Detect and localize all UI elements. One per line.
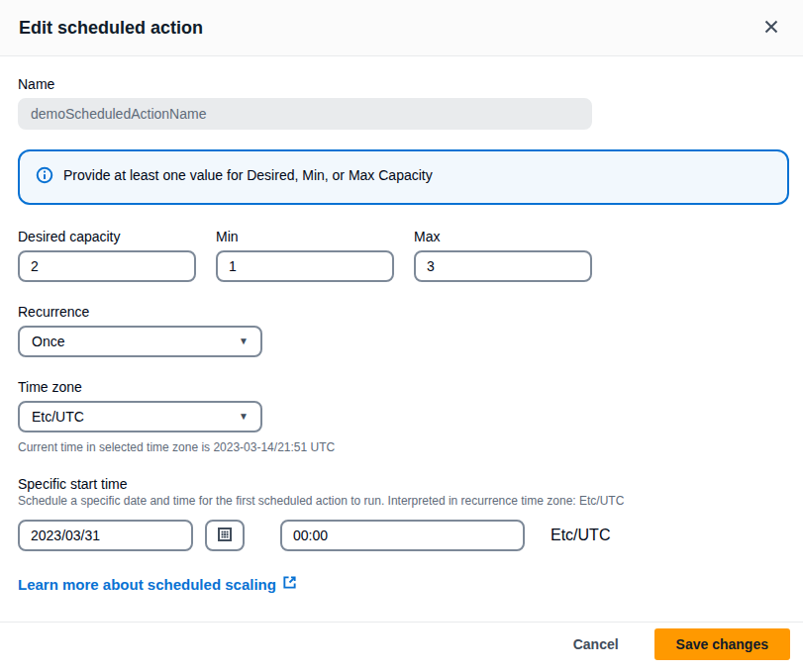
min-capacity-input[interactable] (216, 250, 394, 282)
name-input (18, 98, 592, 130)
timezone-select[interactable]: Etc/UTC ▼ (18, 401, 262, 432)
desired-capacity-field: Desired capacity (18, 229, 196, 282)
min-capacity-label: Min (216, 229, 394, 244)
modal-body: Name Provide at least one value for Desi… (0, 56, 803, 622)
close-icon (763, 19, 779, 38)
calendar-picker-button[interactable] (205, 520, 245, 551)
info-alert: Provide at least one value for Desired, … (18, 149, 789, 205)
learn-more-link[interactable]: Learn more about scheduled scaling (18, 575, 297, 593)
recurrence-label: Recurrence (18, 304, 785, 320)
max-capacity-label: Max (414, 229, 592, 244)
min-capacity-field: Min (216, 229, 394, 282)
timezone-label: Time zone (18, 379, 785, 395)
desired-capacity-label: Desired capacity (18, 229, 196, 244)
chevron-down-icon: ▼ (239, 336, 249, 346)
start-time-inputs-row: Etc/UTC (18, 520, 785, 551)
recurrence-selected-value: Once (32, 334, 64, 349)
desired-capacity-input[interactable] (18, 250, 196, 282)
start-time-field: Specific start time Schedule a specific … (18, 476, 785, 551)
start-hour-input[interactable] (280, 520, 525, 551)
recurrence-select[interactable]: Once ▼ (18, 326, 262, 357)
timezone-helper-text: Current time in selected time zone is 20… (18, 440, 785, 454)
timezone-selected-value: Etc/UTC (32, 409, 84, 425)
max-capacity-field: Max (414, 229, 592, 282)
alert-message: Provide at least one value for Desired, … (63, 166, 433, 183)
timezone-field: Time zone Etc/UTC ▼ Current time in sele… (18, 379, 785, 454)
max-capacity-input[interactable] (414, 250, 592, 282)
start-time-description: Schedule a specific date and time for th… (18, 494, 785, 508)
learn-more-link-label: Learn more about scheduled scaling (18, 576, 276, 593)
cancel-button[interactable]: Cancel (565, 630, 627, 658)
chevron-down-icon: ▼ (239, 412, 249, 422)
name-label: Name (18, 76, 785, 92)
start-date-input[interactable] (18, 520, 193, 551)
modal-header: Edit scheduled action (0, 0, 803, 56)
modal-footer: Cancel Save changes (0, 622, 803, 672)
capacity-fields-row: Desired capacity Min Max (18, 229, 785, 282)
edit-scheduled-action-modal: Edit scheduled action Name Provide at le (0, 0, 803, 672)
recurrence-field: Recurrence Once ▼ (18, 304, 785, 357)
modal-title: Edit scheduled action (19, 18, 203, 39)
close-button[interactable] (759, 15, 783, 42)
info-icon (36, 166, 53, 188)
start-time-timezone-label: Etc/UTC (551, 527, 610, 544)
start-time-label: Specific start time (18, 476, 785, 492)
external-link-icon (282, 575, 297, 593)
calendar-icon (217, 527, 233, 545)
save-changes-button[interactable]: Save changes (654, 628, 790, 660)
